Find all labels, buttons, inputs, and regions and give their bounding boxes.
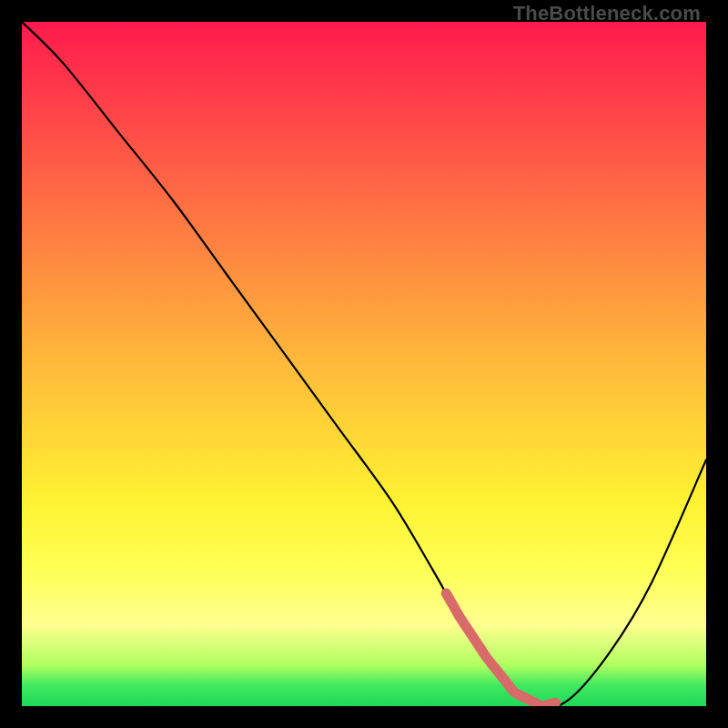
curve-path (22, 22, 706, 706)
chart-frame (22, 22, 706, 706)
watermark-label: TheBottleneck.com (513, 2, 701, 25)
valley-highlight (446, 593, 555, 706)
bottleneck-curve (22, 22, 706, 706)
